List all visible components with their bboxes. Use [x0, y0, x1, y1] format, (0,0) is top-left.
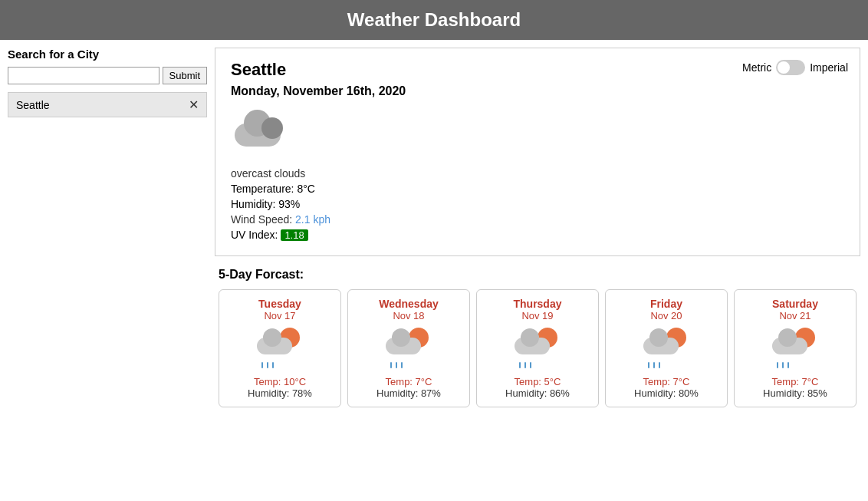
forecast-weather-icon	[257, 328, 303, 370]
temperature-label: Temperature:	[231, 183, 294, 195]
app-header: Weather Dashboard	[0, 0, 868, 40]
forecast-day-name: Thursday	[483, 298, 592, 310]
forecast-day-name: Saturday	[741, 298, 850, 310]
sidebar: Search for a City Submit Seattle ✕	[8, 48, 207, 407]
current-weather-card: Seattle Monday, November 16th, 2020 Metr…	[215, 48, 860, 256]
unit-toggle-switch[interactable]	[776, 60, 805, 75]
forecast-day-date: Nov 19	[483, 310, 592, 321]
forecast-day-name: Friday	[612, 298, 721, 310]
forecast-day-name: Wednesday	[354, 298, 463, 310]
unit-toggle: Metric Imperial	[742, 60, 848, 75]
forecast-day-name: Tuesday	[225, 298, 334, 310]
search-input[interactable]	[8, 67, 159, 84]
forecast-card: Tuesday Nov 17 Temp: 10°C Humidity: 78%	[219, 289, 341, 407]
forecast-weather-icon	[515, 328, 561, 370]
uv-line: UV Index: 1.18	[231, 229, 844, 241]
toggle-knob	[778, 61, 790, 74]
search-row: Submit	[8, 67, 207, 84]
forecast-humidity: Humidity: 85%	[741, 387, 850, 399]
forecast-cards: Tuesday Nov 17 Temp: 10°C Humidity: 78% …	[219, 289, 856, 407]
forecast-temp: Temp: 5°C	[483, 376, 592, 387]
forecast-day-date: Nov 20	[612, 310, 721, 321]
wind-line: Wind Speed: 2.1 kph	[231, 213, 844, 226]
forecast-day-date: Nov 21	[741, 310, 850, 321]
forecast-title: 5-Day Forcast:	[219, 268, 856, 282]
imperial-label: Imperial	[810, 61, 848, 74]
forecast-weather-icon	[772, 328, 818, 370]
city-tag-close[interactable]: ✕	[189, 97, 199, 112]
forecast-humidity: Humidity: 87%	[354, 387, 463, 399]
content-area: Seattle Monday, November 16th, 2020 Metr…	[215, 48, 860, 407]
forecast-day-date: Nov 18	[354, 310, 463, 321]
forecast-card: Saturday Nov 21 Temp: 7°C Humidity: 85%	[734, 289, 856, 407]
search-label: Search for a City	[8, 48, 207, 61]
forecast-temp: Temp: 7°C	[612, 376, 721, 387]
forecast-temp: Temp: 10°C	[225, 376, 334, 387]
forecast-weather-icon	[386, 328, 432, 370]
humidity-line: Humidity: 93%	[231, 198, 844, 210]
forecast-temp: Temp: 7°C	[354, 376, 463, 387]
city-tag-label: Seattle	[16, 99, 50, 111]
uv-badge: 1.18	[281, 229, 307, 241]
weather-icon-area	[231, 106, 844, 160]
overcast-cloud-icon	[231, 112, 292, 154]
forecast-weather-icon	[643, 328, 689, 370]
forecast-temp: Temp: 7°C	[741, 376, 850, 387]
wind-value: 2.1 kph	[295, 213, 330, 226]
humidity-value: 93%	[278, 198, 300, 210]
forecast-humidity: Humidity: 78%	[225, 387, 334, 399]
forecast-card: Thursday Nov 19 Temp: 5°C Humidity: 86%	[476, 289, 599, 407]
current-date: Monday, November 16th, 2020	[231, 84, 844, 98]
forecast-day-date: Nov 17	[225, 310, 334, 321]
temperature-line: Temperature: 8°C	[231, 183, 844, 195]
humidity-label: Humidity:	[231, 198, 275, 210]
city-tag: Seattle ✕	[8, 92, 207, 117]
temperature-value: 8°C	[297, 183, 315, 195]
uv-label: UV Index:	[231, 229, 278, 241]
metric-label: Metric	[742, 61, 771, 74]
forecast-humidity: Humidity: 86%	[483, 387, 592, 399]
forecast-card: Wednesday Nov 18 Temp: 7°C Humidity: 87%	[347, 289, 470, 407]
wind-label: Wind Speed:	[231, 213, 292, 226]
forecast-card: Friday Nov 20 Temp: 7°C Humidity: 80%	[605, 289, 728, 407]
header-title: Weather Dashboard	[347, 9, 521, 30]
forecast-humidity: Humidity: 80%	[612, 387, 721, 399]
submit-button[interactable]: Submit	[163, 67, 207, 84]
forecast-section: 5-Day Forcast: Tuesday Nov 17 Temp: 10°C…	[215, 268, 860, 407]
weather-description: overcast clouds	[231, 167, 844, 180]
